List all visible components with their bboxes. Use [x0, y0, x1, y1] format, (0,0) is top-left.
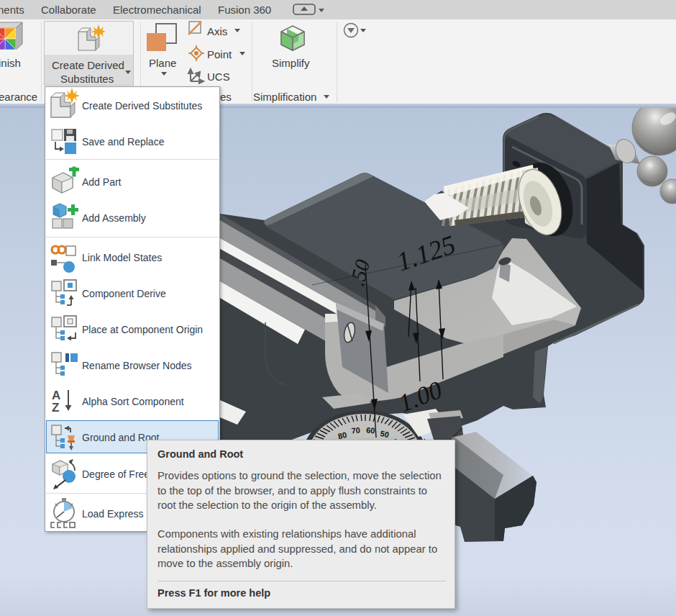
svg-text:70: 70	[351, 426, 360, 435]
svg-text:60: 60	[366, 426, 375, 435]
svg-text:50: 50	[380, 429, 390, 439]
